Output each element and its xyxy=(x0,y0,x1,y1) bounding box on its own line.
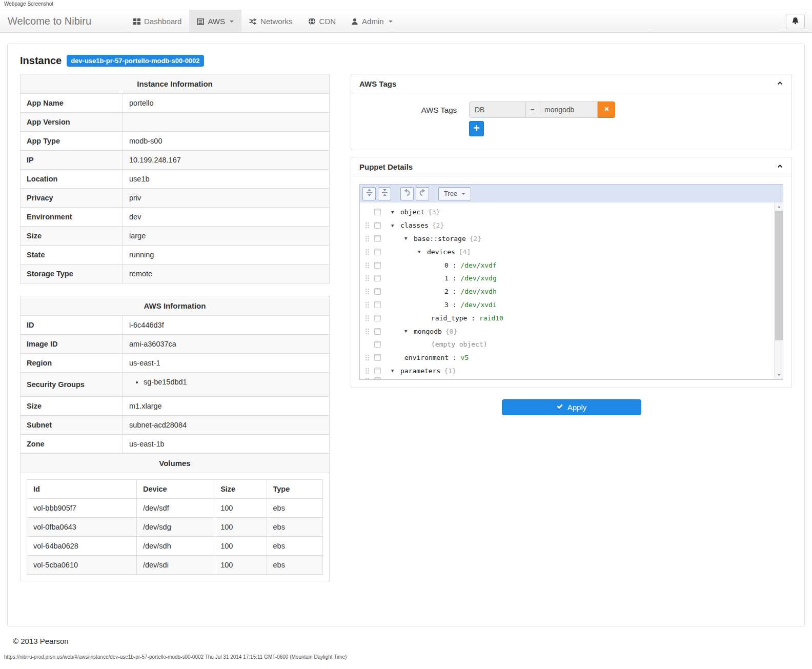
navbar: Welcome to Nibiru Dashboard AWS Networks… xyxy=(0,10,812,33)
json-value[interactable]: /dev/xvdg xyxy=(460,274,496,282)
copyright-text: © 2013 Pearson xyxy=(13,637,812,645)
info-value xyxy=(123,113,330,132)
json-value[interactable]: /dev/xvdi xyxy=(460,301,496,309)
info-value: 10.199.248.167 xyxy=(123,151,330,170)
drag-handle[interactable] xyxy=(365,262,370,269)
nav-label: AWS xyxy=(208,17,225,26)
scroll-down-icon[interactable]: ▼ xyxy=(775,371,783,379)
nav-item-cdn[interactable]: CDN xyxy=(300,10,344,32)
context-menu-button[interactable] xyxy=(374,301,381,308)
drag-handle[interactable] xyxy=(365,328,370,335)
context-menu-button[interactable] xyxy=(374,288,381,295)
drag-handle[interactable] xyxy=(365,275,370,281)
info-label: Security Groups xyxy=(21,373,123,397)
context-menu-button[interactable] xyxy=(374,262,381,269)
add-tag-button[interactable] xyxy=(469,121,484,136)
page-title: Instance xyxy=(20,55,62,67)
table-title: Instance Information xyxy=(21,74,330,94)
tag-value-input[interactable] xyxy=(539,102,598,118)
tree-row: ▼parameters{1} xyxy=(360,364,783,378)
drag-handle[interactable] xyxy=(365,301,370,308)
context-menu-button[interactable] xyxy=(374,249,381,255)
collapse-triangle-icon[interactable]: ▼ xyxy=(404,329,414,334)
tree-row-clipped xyxy=(360,377,783,379)
drag-handle[interactable] xyxy=(365,222,370,229)
json-value[interactable]: v5 xyxy=(461,354,469,361)
json-key[interactable]: devices xyxy=(427,248,455,256)
notifications-button[interactable] xyxy=(786,14,805,29)
nav-item-aws[interactable]: AWS xyxy=(189,10,241,32)
info-label: App Name xyxy=(21,94,123,113)
drag-handle[interactable] xyxy=(365,377,370,379)
collapse-panel-button[interactable] xyxy=(777,162,783,171)
json-value[interactable]: /dev/xvdh xyxy=(460,288,496,295)
nav-item-admin[interactable]: Admin xyxy=(343,10,400,32)
collapse-all-button[interactable] xyxy=(378,187,391,200)
apply-button[interactable]: Apply xyxy=(502,399,641,415)
scroll-up-icon[interactable]: ▲ xyxy=(775,202,783,211)
context-menu-button[interactable] xyxy=(374,209,381,215)
scrollbar-thumb[interactable] xyxy=(775,211,783,340)
json-key[interactable]: classes xyxy=(400,221,429,229)
nav-item-networks[interactable]: Networks xyxy=(241,10,300,32)
context-menu-button[interactable] xyxy=(374,222,381,229)
drag-handle[interactable] xyxy=(365,288,370,295)
remove-tag-button[interactable] xyxy=(598,102,615,118)
equals-addon: = xyxy=(526,102,539,118)
dashboard-grid-icon xyxy=(133,18,140,25)
drag-handle[interactable] xyxy=(365,249,370,255)
json-key[interactable]: parameters xyxy=(400,367,440,375)
array-index: 1 xyxy=(444,274,449,282)
context-menu-button[interactable] xyxy=(374,275,381,281)
context-menu-button[interactable] xyxy=(374,315,381,321)
instance-name-badge: dev-use1b-pr-57-portello-modb-s00-0002 xyxy=(67,55,204,67)
table-row: vol-64ba0628/dev/sdh100ebs xyxy=(27,537,323,556)
collapse-triangle-icon[interactable]: ▼ xyxy=(391,223,400,228)
info-value: large xyxy=(123,227,330,246)
chevron-up-icon xyxy=(777,162,783,171)
chevron-up-icon xyxy=(777,79,783,88)
nav-item-dashboard[interactable]: Dashboard xyxy=(126,10,189,32)
collapse-panel-button[interactable] xyxy=(777,79,783,88)
json-key[interactable]: object xyxy=(400,208,424,216)
json-value[interactable]: raid10 xyxy=(479,314,503,322)
collapse-triangle-icon[interactable]: ▼ xyxy=(391,210,400,215)
undo-button[interactable] xyxy=(400,187,414,200)
context-menu-button[interactable] xyxy=(374,235,381,242)
drag-handle[interactable] xyxy=(365,368,370,374)
expand-all-button[interactable] xyxy=(362,187,376,200)
info-value: us-east-1 xyxy=(123,354,330,373)
caret-down-icon xyxy=(389,21,393,23)
json-value[interactable]: /dev/xvdf xyxy=(460,261,496,269)
context-menu-button[interactable] xyxy=(374,328,381,335)
json-key[interactable]: base::storage xyxy=(414,235,466,242)
json-key[interactable]: raid_type xyxy=(431,314,467,322)
context-menu-button[interactable] xyxy=(374,377,381,379)
key-value-separator: : xyxy=(449,261,460,269)
collapse-triangle-icon[interactable]: ▼ xyxy=(404,236,414,241)
nav-label: Admin xyxy=(362,17,384,26)
tag-key-input[interactable] xyxy=(469,102,526,118)
json-key[interactable]: mongodb xyxy=(414,328,442,335)
collapse-triangle-icon[interactable]: ▼ xyxy=(391,368,400,373)
context-menu-button[interactable] xyxy=(374,368,381,374)
drag-handle[interactable] xyxy=(365,315,370,321)
context-menu-button[interactable] xyxy=(374,341,381,348)
drag-handle[interactable] xyxy=(365,354,370,361)
tree-scrollbar[interactable]: ▲ ▼ xyxy=(774,202,783,379)
tree-row: environment : v5 xyxy=(360,351,783,364)
info-label: Zone xyxy=(21,435,123,454)
collapse-triangle-icon[interactable]: ▼ xyxy=(418,249,427,254)
right-column: AWS Tags AWS Tags = xyxy=(351,74,792,594)
table-row: Staterunning xyxy=(21,246,330,265)
json-key[interactable]: environment xyxy=(404,354,449,361)
json-tree: ▼object{3} ▼classes{2} ▼base::storage{2}… xyxy=(360,202,783,379)
cell: 100 xyxy=(214,518,267,537)
table-row: Sizem1.xlarge xyxy=(21,397,330,416)
array-index: 2 xyxy=(444,288,449,295)
redo-button[interactable] xyxy=(416,187,429,200)
drag-handle[interactable] xyxy=(365,235,370,242)
mode-label: Tree xyxy=(444,190,457,197)
context-menu-button[interactable] xyxy=(374,354,381,361)
editor-mode-dropdown[interactable]: Tree xyxy=(438,187,471,200)
